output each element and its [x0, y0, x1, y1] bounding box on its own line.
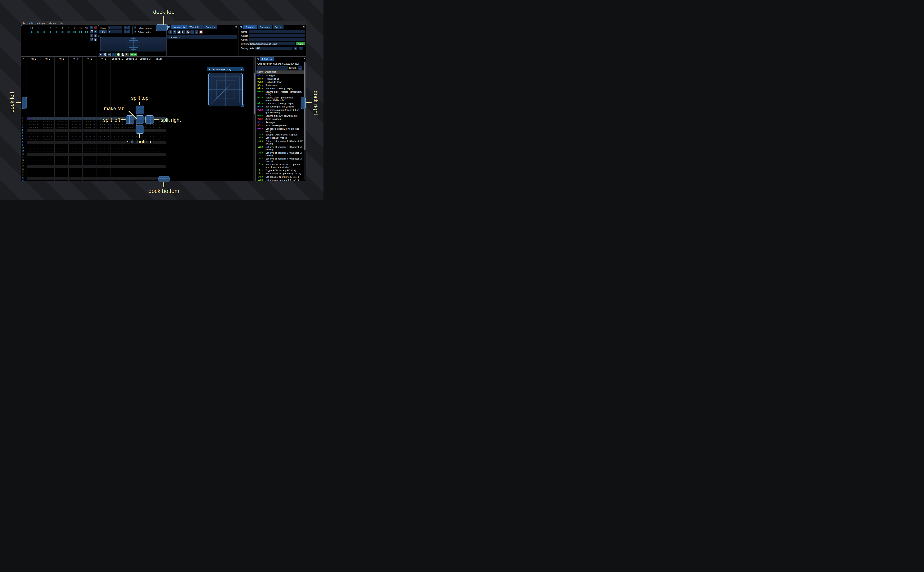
order-move-bottom-button[interactable]: ∨∨	[94, 34, 97, 37]
order-cell[interactable]: 00	[47, 31, 53, 33]
effect-search-input[interactable]	[257, 66, 288, 70]
split-right-target[interactable]	[145, 115, 154, 124]
effect-row-0Fxx[interactable]: 0FxxSet speed (speed 2 if no grooves exi…	[257, 127, 304, 133]
effect-row-0Bxx[interactable]: 0BxxJump to pattern	[257, 118, 304, 120]
instrument-save-button[interactable]	[182, 30, 185, 34]
follow-pattern-checkbox[interactable]: ✓	[134, 31, 136, 33]
dock-bottom-target[interactable]	[158, 176, 170, 182]
pattern-row-11[interactable]: 11··· ·· ·· ······· ·· ·· ······· ·· ·· …	[21, 150, 253, 153]
effect-row-13xx[interactable]: 13xxSet level of operator 2 (0 highest, …	[257, 146, 304, 151]
pattern-row-19[interactable]: 19··· ·· ·· ······· ·· ·· ······· ·· ·· …	[21, 174, 253, 177]
effect-list-menu-button[interactable]	[298, 66, 302, 70]
pattern-cell[interactable]: ··· ·· ·· ····	[26, 180, 41, 181]
pattern-row-15[interactable]: 15··· ·· ·· ······· ·· ·· ······· ·· ·· …	[21, 162, 253, 165]
effect-row-06xy[interactable]: 06xyVolume slide + portamento (compatibi…	[257, 96, 304, 102]
tuning-input[interactable]: 440	[255, 47, 293, 50]
tab-samples[interactable]: Samples	[204, 25, 217, 29]
instrument-move-down-button[interactable]: ↓	[195, 30, 198, 34]
pattern-row-10[interactable]: 10··· ·· ·· ······· ·· ·· ······· ·· ·· …	[21, 147, 253, 150]
order-column-F2[interactable]: F2	[35, 27, 41, 30]
pattern-cell[interactable]: ··· ·· ·· ····	[124, 180, 138, 181]
effect-row-19xx[interactable]: 19xxSet attack of all operators (0 to 1F…	[257, 172, 304, 175]
instrument-list-item-none[interactable]: ○ - None -	[167, 35, 237, 39]
effect-row-15xx[interactable]: 15xxSet level of operator 4 (0 highest, …	[257, 157, 304, 163]
effect-row-01xx[interactable]: 01xxPitch slide up	[257, 78, 304, 80]
order-cell[interactable]: 00	[59, 31, 65, 33]
pattern-row-20[interactable]: 20··· ·· ·· ······· ·· ·· ······· ·· ·· …	[21, 177, 253, 180]
menu-edit[interactable]: edit	[27, 21, 35, 25]
make-tab-target[interactable]	[136, 115, 144, 124]
octave-minus-button[interactable]: -	[124, 26, 127, 30]
step-input[interactable]: 1	[108, 30, 122, 33]
effect-row-10xy[interactable]: 10xySetup LFO (x: enable; y: speed)	[257, 134, 304, 136]
dock-top-target[interactable]	[156, 25, 168, 31]
effect-table-header[interactable]: Name Description	[256, 70, 304, 74]
instrument-toggle-dir-button[interactable]	[186, 30, 190, 34]
oscilloscope-titlebar[interactable]: Oscilloscope (X-Y) ×	[207, 67, 244, 71]
split-bottom-target[interactable]	[136, 125, 144, 134]
effect-row-0Dxx[interactable]: 0DxxJump to next pattern	[257, 124, 304, 127]
tuning-plus-button[interactable]: +	[299, 47, 302, 50]
step-minus-button[interactable]: -	[124, 30, 127, 33]
step-plus-button[interactable]: +	[127, 30, 130, 33]
window-menu-button[interactable]	[167, 26, 170, 28]
author-input[interactable]	[249, 34, 305, 37]
play-one-row-button[interactable]: ▶	[108, 53, 111, 56]
effect-row-07xy[interactable]: 07xyTremolo (x: speed; y: depth)	[257, 102, 304, 105]
column-description[interactable]: Description	[265, 70, 276, 74]
order-column-F5[interactable]: F5	[53, 27, 59, 30]
effect-row-12xx[interactable]: 12xxSet level of operator 1 (0 highest, …	[257, 140, 304, 145]
order-cell[interactable]: 00	[71, 31, 78, 33]
pattern-cell[interactable]: ··· ·· ·· ····	[138, 180, 152, 181]
order-cell[interactable]: 00	[29, 31, 35, 33]
repeat-pattern-button[interactable]: ↻	[125, 53, 129, 56]
effect-row-04xy[interactable]: 04xyVibrato (x: speed; y: depth)	[257, 87, 304, 90]
tab-speed[interactable]: Speed	[273, 25, 284, 29]
order-column-F3[interactable]: F3	[41, 27, 47, 30]
tab-subsongs[interactable]: Subsongs	[258, 25, 272, 29]
close-icon[interactable]: ×	[304, 57, 305, 60]
effect-row-11xx[interactable]: 11xxSet feedback (0 to 7)	[257, 137, 304, 139]
tab-effect-list[interactable]: Effect List	[260, 57, 274, 61]
order-mouse-mode-button[interactable]	[94, 38, 97, 41]
close-icon[interactable]: ×	[235, 25, 237, 28]
instrument-move-up-button[interactable]: ↑	[190, 30, 194, 34]
effect-scrollbar-track[interactable]	[304, 61, 306, 180]
order-cell[interactable]: 00	[41, 31, 47, 33]
effect-row-02xx[interactable]: 02xxPitch slide down	[257, 81, 304, 84]
pattern-row-12[interactable]: 12··· ·· ·· ······· ·· ·· ······· ·· ·· …	[21, 153, 253, 156]
effect-row-03xx[interactable]: 03xxPortamento	[257, 84, 304, 87]
record-button[interactable]	[117, 53, 120, 56]
octave-plus-button[interactable]: +	[127, 26, 130, 30]
pattern-row-16[interactable]: 16··· ·· ·· ······· ·· ·· ······· ·· ·· …	[21, 165, 253, 168]
order-cell[interactable]: 00	[84, 31, 90, 33]
effect-row-00xy[interactable]: 00xyArpeggio	[257, 74, 304, 77]
channel-header-noise[interactable]: Noise	[152, 58, 166, 60]
pattern-cell[interactable]: ··· ·· ·· ····	[110, 180, 124, 181]
order-column-S2[interactable]: S2	[71, 27, 77, 30]
channel-header-fm-4[interactable]: FM 4	[69, 58, 83, 60]
order-column-F6[interactable]: F6	[59, 27, 65, 30]
pattern-cell[interactable]: ··· ·· ·· ····	[96, 180, 110, 181]
pattern-cell[interactable]: ··· ·· ·· ····	[69, 180, 83, 181]
tab-song-info[interactable]: Song Info	[243, 25, 257, 29]
metronome-button[interactable]	[121, 53, 125, 56]
poly-button[interactable]: Poly	[130, 53, 137, 56]
pattern-row-14[interactable]: 14··· ·· ·· ······· ·· ·· ······· ·· ·· …	[21, 159, 253, 162]
album-input[interactable]	[249, 38, 305, 41]
close-icon[interactable]: ×	[241, 68, 242, 71]
order-cell[interactable]: 00	[65, 31, 71, 33]
tab-wavetables[interactable]: Wavetables	[187, 25, 203, 29]
channel-header-square-1[interactable]: Square 1	[110, 58, 124, 60]
add-channels-button[interactable]: ++	[21, 58, 24, 60]
pattern-row-21[interactable]: 21··· ·· ·· ······· ·· ·· ······· ·· ·· …	[21, 180, 253, 181]
pattern-cell[interactable]: ··· ·· ·· ····	[55, 180, 69, 181]
effect-row-16xy[interactable]: 16xySet operator multiplier (x: operator…	[257, 163, 304, 168]
effect-row-09xx[interactable]: 09xxSet groove pattern (speed 1 if no gr…	[257, 109, 304, 114]
play-button[interactable]: ▶	[99, 53, 103, 56]
effect-row-0Axy[interactable]: 0AxyVolume slide (0y: down; x0: up)	[257, 115, 304, 117]
pattern-row-13[interactable]: 13··· ·· ·· ······· ·· ·· ······· ·· ·· …	[21, 156, 253, 159]
collapse-triangle-icon[interactable]	[208, 68, 210, 70]
pattern-scrollbar-track[interactable]	[253, 57, 256, 181]
order-cell[interactable]: 00	[53, 31, 59, 33]
